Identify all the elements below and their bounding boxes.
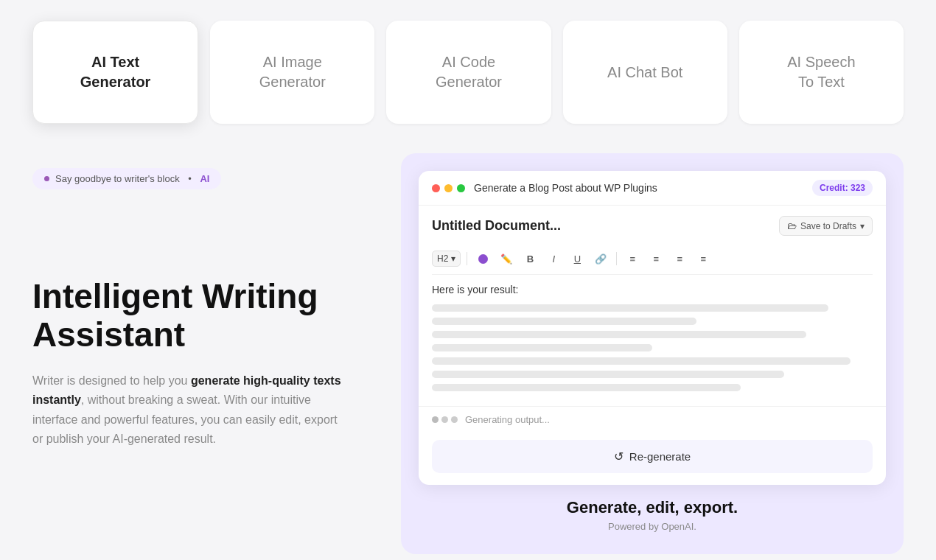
- skeleton-line-5: [432, 357, 851, 365]
- card-text-generator[interactable]: AI TextGenerator: [32, 21, 198, 124]
- window-topbar: Generate a Blog Post about WP Plugins Cr…: [419, 171, 886, 206]
- gen-dot-1: [432, 416, 439, 423]
- left-column: Say goodbye to writer's block • AI Intel…: [32, 153, 371, 449]
- right-column-mockup: Generate a Blog Post about WP Plugins Cr…: [401, 153, 904, 554]
- color-dot-icon: [478, 254, 488, 264]
- badge-dot-icon: [44, 176, 49, 181]
- dot-green-icon: [457, 184, 465, 192]
- link-button[interactable]: 🔗: [591, 249, 610, 268]
- bottom-headline: Generate, edit, export.: [419, 498, 886, 517]
- card-speech-to-text[interactable]: AI SpeechTo Text: [739, 21, 904, 124]
- page-headline: Intelligent WritingAssistant: [32, 278, 371, 354]
- align-left-icon: ≡: [630, 253, 636, 265]
- skeleton-line-4: [432, 344, 652, 351]
- badge-text: Say goodbye to writer's block: [55, 173, 180, 184]
- dot-yellow-icon: [444, 184, 453, 192]
- skeleton-line-2: [432, 318, 696, 325]
- save-to-drafts-button[interactable]: 🗁 Save to Drafts ▾: [779, 216, 873, 236]
- align-center-button[interactable]: ≡: [646, 249, 666, 268]
- card-code-generator-label: AI CodeGenerator: [436, 52, 502, 92]
- bold-button[interactable]: B: [520, 249, 539, 268]
- skeleton-line-6: [432, 371, 784, 378]
- result-label: Here is your result:: [432, 284, 873, 295]
- skeleton-line-3: [432, 331, 806, 338]
- doc-area: Untitled Document... 🗁 Save to Drafts ▾ …: [419, 206, 886, 391]
- card-image-generator-label: AI ImageGenerator: [259, 52, 326, 92]
- bold-label: B: [527, 253, 534, 265]
- bottom-text: Generate, edit, export. Powered by OpenA…: [419, 485, 886, 532]
- pen-icon: ✏️: [500, 253, 512, 265]
- color-picker-button[interactable]: [473, 249, 492, 268]
- save-icon: 🗁: [787, 220, 797, 231]
- description-before: Writer is designed to help you: [32, 374, 191, 387]
- toolbar-divider-2: [616, 252, 617, 265]
- badge: Say goodbye to writer's block • AI: [32, 168, 221, 189]
- gen-dot-3: [451, 416, 458, 423]
- align-justify-button[interactable]: ≡: [694, 249, 713, 268]
- skeleton-line-7: [432, 384, 741, 391]
- regen-btn-row: ↺ Re-generate: [419, 433, 886, 485]
- powered-by-text: Powered by OpenAI.: [419, 521, 886, 532]
- heading-select[interactable]: H2 ▾: [432, 251, 461, 267]
- save-label: Save to Drafts: [800, 221, 856, 231]
- skeleton-content: [432, 304, 873, 391]
- doc-title-row: Untitled Document... 🗁 Save to Drafts ▾: [432, 216, 873, 236]
- badge-ai-label: AI: [200, 173, 209, 184]
- underline-button[interactable]: U: [567, 249, 587, 268]
- italic-label: I: [553, 253, 556, 265]
- card-speech-to-text-label: AI SpeechTo Text: [787, 52, 855, 92]
- card-code-generator[interactable]: AI CodeGenerator: [386, 21, 551, 124]
- top-cards-row: AI TextGenerator AI ImageGenerator AI Co…: [0, 0, 936, 139]
- card-image-generator[interactable]: AI ImageGenerator: [210, 21, 374, 124]
- generating-text: Generating output...: [465, 414, 550, 425]
- card-text-generator-label: AI TextGenerator: [80, 52, 151, 92]
- doc-title[interactable]: Untitled Document...: [432, 218, 561, 234]
- align-justify-icon: ≡: [701, 253, 707, 265]
- regenerate-icon: ↺: [614, 449, 624, 463]
- chevron-down-icon: ▾: [860, 221, 865, 231]
- italic-button[interactable]: I: [544, 249, 563, 268]
- align-right-button[interactable]: ≡: [670, 249, 689, 268]
- align-center-icon: ≡: [654, 253, 660, 265]
- card-chat-bot[interactable]: AI Chat Bot: [563, 21, 727, 124]
- pen-tool-button[interactable]: ✏️: [497, 249, 516, 268]
- window-title: Generate a Blog Post about WP Plugins: [474, 182, 657, 194]
- link-icon: 🔗: [595, 253, 607, 265]
- align-left-button[interactable]: ≡: [623, 249, 642, 268]
- credit-badge: Credit: 323: [812, 180, 873, 196]
- generating-bar: Generating output...: [419, 406, 886, 433]
- underline-label: U: [574, 253, 581, 265]
- card-chat-bot-label: AI Chat Bot: [607, 63, 682, 83]
- page-description: Writer is designed to help you generate …: [32, 371, 342, 449]
- regenerate-label: Re-generate: [629, 450, 691, 463]
- heading-select-value: H2: [437, 253, 448, 264]
- dot-red-icon: [432, 184, 440, 192]
- gen-dot-2: [441, 416, 448, 423]
- editor-toolbar: H2 ▾ ✏️ B I: [432, 243, 873, 275]
- heading-chevron-icon: ▾: [451, 253, 455, 264]
- main-section: Say goodbye to writer's block • AI Intel…: [0, 139, 936, 554]
- generating-dots: [432, 416, 458, 423]
- align-right-icon: ≡: [677, 253, 683, 265]
- skeleton-line-1: [432, 304, 828, 312]
- mockup-window: Generate a Blog Post about WP Plugins Cr…: [419, 171, 886, 485]
- window-dots: [432, 184, 465, 192]
- regenerate-button[interactable]: ↺ Re-generate: [432, 440, 873, 473]
- toolbar-divider-1: [467, 252, 467, 265]
